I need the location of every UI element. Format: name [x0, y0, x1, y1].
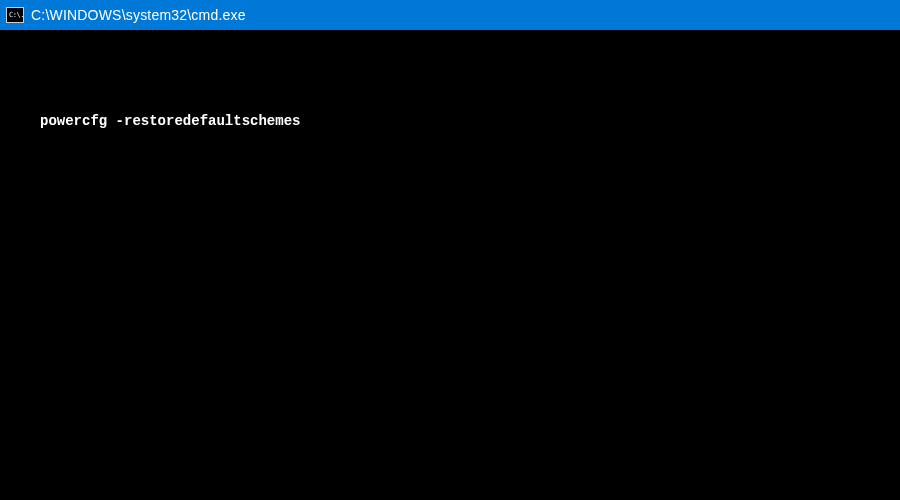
terminal-line: powercfg -restoredefaultschemes: [40, 112, 860, 132]
terminal-body[interactable]: powercfg -restoredefaultschemes: [0, 30, 900, 500]
cmd-icon-text: C:\.: [9, 12, 24, 19]
cmd-icon: C:\.: [6, 7, 24, 23]
window-title: C:\WINDOWS\system32\cmd.exe: [31, 7, 246, 23]
window-titlebar[interactable]: C:\. C:\WINDOWS\system32\cmd.exe: [0, 0, 900, 30]
